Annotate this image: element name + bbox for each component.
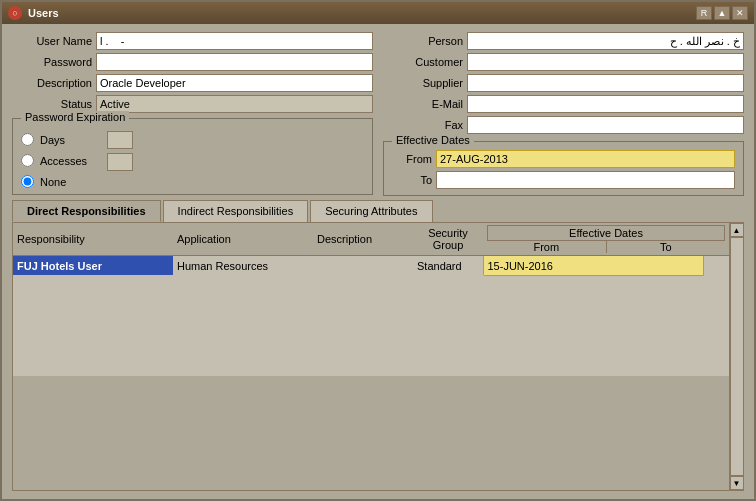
- col-header-description: Description: [313, 223, 413, 256]
- none-label: None: [40, 176, 66, 188]
- col-header-responsibility: Responsibility: [13, 223, 173, 256]
- cell-description: [313, 256, 413, 276]
- cell-security-group: Standard: [413, 256, 483, 276]
- password-expiration-legend: Password Expiration: [21, 111, 129, 123]
- form-area: User Name Password Description Status Ac…: [12, 32, 744, 196]
- cell-from: 15-JUN-2016: [483, 256, 704, 276]
- effective-dates-inner: From To: [392, 150, 735, 189]
- tabs-header: Direct Responsibilities Indirect Respons…: [12, 200, 744, 222]
- table-row[interactable]: FUJ Hotels User Human Resources Standard…: [13, 256, 729, 276]
- scroll-down-button[interactable]: ▼: [730, 476, 744, 490]
- tabs-area: Direct Responsibilities Indirect Respons…: [12, 200, 744, 491]
- supplier-label: Supplier: [383, 77, 463, 89]
- status-value: Active: [96, 95, 373, 113]
- username-input[interactable]: [96, 32, 373, 50]
- description-label: Description: [12, 77, 92, 89]
- col-header-security-group: Security Group: [413, 223, 483, 256]
- close-button[interactable]: ✕: [732, 6, 748, 20]
- customer-input[interactable]: [467, 53, 744, 71]
- main-content: User Name Password Description Status Ac…: [2, 24, 754, 499]
- table-row-empty-4: [13, 336, 729, 356]
- scrollbar[interactable]: ▲ ▼: [729, 223, 743, 490]
- table-row-empty-5: [13, 356, 729, 376]
- col-header-application: Application: [173, 223, 313, 256]
- from-label: From: [392, 153, 432, 165]
- tab-content: Responsibility Application Description S…: [12, 222, 744, 491]
- form-right: Person Customer Supplier E-Mail Fax: [383, 32, 744, 196]
- fax-label: Fax: [383, 119, 463, 131]
- supplier-row: Supplier: [383, 74, 744, 92]
- fax-input[interactable]: [467, 116, 744, 134]
- description-row: Description: [12, 74, 373, 92]
- col-header-eff-dates: Effective Dates From To: [483, 223, 729, 256]
- cell-responsibility: FUJ Hotels User: [13, 256, 173, 276]
- person-input[interactable]: [467, 32, 744, 50]
- window-icon: ○: [8, 6, 22, 20]
- from-input[interactable]: [436, 150, 735, 168]
- title-bar-left: ○ Users: [8, 6, 59, 20]
- title-bar: ○ Users R ▲ ✕: [2, 2, 754, 24]
- days-label: Days: [40, 134, 65, 146]
- window-title: Users: [28, 7, 59, 19]
- effective-dates-group: Effective Dates From To: [383, 141, 744, 196]
- person-row: Person: [383, 32, 744, 50]
- email-label: E-Mail: [383, 98, 463, 110]
- password-input[interactable]: [96, 53, 373, 71]
- accesses-row: Accesses: [21, 154, 87, 167]
- customer-row: Customer: [383, 53, 744, 71]
- accesses-radio[interactable]: [21, 154, 34, 167]
- table-row-empty-2: [13, 296, 729, 316]
- table-header-row: Responsibility Application Description S…: [13, 223, 729, 256]
- main-window: ○ Users R ▲ ✕ User Name Password De: [0, 0, 756, 501]
- from-row: From: [392, 150, 735, 168]
- customer-label: Customer: [383, 56, 463, 68]
- days-radio[interactable]: [21, 133, 34, 146]
- status-label: Status: [12, 98, 92, 110]
- title-controls: R ▲ ✕: [696, 6, 748, 20]
- table-row-empty-1: [13, 276, 729, 296]
- email-input[interactable]: [467, 95, 744, 113]
- days-value-box[interactable]: [107, 131, 133, 149]
- scroll-track: [730, 237, 744, 476]
- password-expiration-group: Password Expiration Days Accesses: [12, 118, 373, 195]
- username-row: User Name: [12, 32, 373, 50]
- fax-row: Fax: [383, 116, 744, 134]
- supplier-input[interactable]: [467, 74, 744, 92]
- maximize-button[interactable]: ▲: [714, 6, 730, 20]
- email-row: E-Mail: [383, 95, 744, 113]
- table-wrapper: Responsibility Application Description S…: [13, 223, 743, 490]
- restore-button[interactable]: R: [696, 6, 712, 20]
- scroll-up-button[interactable]: ▲: [730, 223, 744, 237]
- description-input[interactable]: [96, 74, 373, 92]
- username-label: User Name: [12, 35, 92, 47]
- table-row-empty-3: [13, 316, 729, 336]
- accesses-label: Accesses: [40, 155, 87, 167]
- password-row: Password: [12, 53, 373, 71]
- none-radio[interactable]: [21, 175, 34, 188]
- none-row: None: [21, 175, 87, 188]
- accesses-value-box[interactable]: [107, 153, 133, 171]
- to-input[interactable]: [436, 171, 735, 189]
- cell-application: Human Resources: [173, 256, 313, 276]
- days-row: Days: [21, 133, 87, 146]
- responsibilities-table: Responsibility Application Description S…: [13, 223, 729, 376]
- to-label: To: [392, 174, 432, 186]
- effective-dates-legend: Effective Dates: [392, 134, 474, 146]
- form-left: User Name Password Description Status Ac…: [12, 32, 373, 196]
- table-area: Responsibility Application Description S…: [13, 223, 729, 490]
- tab-indirect-responsibilities[interactable]: Indirect Responsibilities: [163, 200, 309, 222]
- tab-direct-responsibilities[interactable]: Direct Responsibilities: [12, 200, 161, 222]
- to-row: To: [392, 171, 735, 189]
- person-label: Person: [383, 35, 463, 47]
- tab-securing-attributes[interactable]: Securing Attributes: [310, 200, 432, 222]
- password-label: Password: [12, 56, 92, 68]
- cell-to: [704, 256, 729, 276]
